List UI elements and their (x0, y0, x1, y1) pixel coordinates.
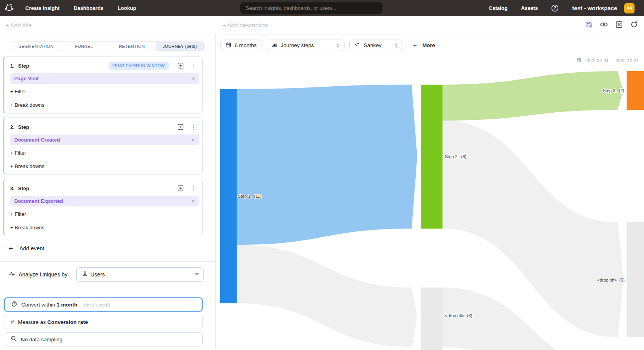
insight-title-bar: + Add title + Add description (0, 16, 644, 34)
nav-lookup[interactable]: Lookup (118, 5, 136, 11)
user-icon (82, 271, 88, 278)
add-event-button[interactable]: + Add event (9, 244, 215, 253)
add-filter-button[interactable]: + Filter (10, 209, 199, 219)
nav-catalog[interactable]: Catalog (489, 5, 508, 11)
stopwatch-icon (11, 301, 17, 308)
add-filter-button[interactable]: + Filter (10, 86, 199, 96)
clear-icon[interactable] (616, 21, 623, 28)
add-filter-button[interactable]: + Filter (10, 148, 199, 158)
step-title: Step (18, 185, 29, 191)
search-input[interactable] (240, 2, 382, 14)
data-sampling-control[interactable]: No data sampling (4, 332, 203, 346)
step-title: Step (18, 124, 29, 130)
conversion-window-control[interactable]: Convert within 1 month (first event) (4, 297, 203, 312)
sankey-icon (354, 42, 360, 49)
sankey-label-dropoff-after-step2: <drop off> (6) (597, 278, 625, 282)
sankey-chart: Step 1. (11)Step 2. (8)Step 3. (2)<drop … (216, 55, 644, 350)
step-card-3: 3. Step ⋮ Document Exported ✕ + Filter +… (3, 179, 203, 236)
tab-retention[interactable]: RETENTION (108, 42, 156, 51)
save-icon[interactable] (585, 21, 592, 28)
analyze-by-select[interactable]: Users (76, 267, 204, 282)
add-breakdown-button[interactable]: + Break downs (10, 161, 199, 171)
convert-prefix: Convert within (21, 302, 55, 308)
activity-icon (9, 271, 15, 279)
step-number: 2. (10, 124, 15, 130)
more-options-button[interactable]: + More (413, 42, 435, 49)
event-name: Document Created (14, 137, 60, 143)
sankey-node-step1[interactable] (220, 89, 237, 303)
sankey-label-step3: Step 3. (2) (603, 88, 624, 93)
convert-value: 1 month (56, 302, 77, 308)
sankey-node-dropoff-after-step2[interactable] (627, 222, 644, 337)
sankey-link-step1-to-step2[interactable] (237, 85, 417, 245)
chart-type-select[interactable]: Sankey (349, 40, 403, 51)
top-nav: Create insight Dashboards Lookup Catalog… (0, 0, 644, 16)
svg-text:?: ? (554, 6, 556, 10)
panel-divider (0, 261, 215, 262)
app-window: Create insight Dashboards Lookup Catalog… (0, 0, 644, 350)
step-card-header: 1. Step FIRST EVENT IN WINDOW ⋮ (10, 61, 199, 71)
help-icon[interactable]: ? (551, 4, 559, 12)
sankey-label-step2: Step 2. (8) (445, 154, 466, 159)
workspace-name[interactable]: test - workspace (572, 5, 617, 11)
step-number: 1. (10, 63, 15, 69)
add-breakdown-button[interactable]: + Break downs (10, 100, 199, 110)
insight-type-tabs: SEGMENTATION FUNNEL RETENTION JOURNEY (b… (12, 42, 204, 51)
add-step-icon[interactable] (177, 124, 184, 130)
link-icon[interactable] (600, 21, 608, 28)
event-row[interactable]: Page Visit ✕ (10, 73, 199, 84)
nav-create-insight[interactable]: Create insight (25, 5, 60, 11)
analyze-row: Analyze Uniques by Users (9, 267, 215, 282)
add-step-icon[interactable] (177, 185, 184, 191)
tab-journey[interactable]: JOURNEY (beta) (156, 42, 203, 51)
analyze-label: Analyze Uniques by (19, 271, 68, 278)
sankey-link-step1-to-dropoff-after-step1[interactable] (237, 245, 417, 347)
event-row[interactable]: Document Created ✕ (10, 134, 199, 145)
bar-chart-icon (272, 42, 277, 49)
remove-event-icon[interactable]: ✕ (191, 199, 195, 204)
step-title: Step (18, 63, 29, 69)
tab-segmentation[interactable]: SEGMENTATION (12, 42, 60, 51)
sankey-node-step3[interactable] (627, 71, 644, 110)
zoom-out-icon (11, 335, 17, 343)
hash-icon: # (11, 319, 14, 325)
measure-prefix: Measure as (18, 319, 46, 325)
event-row[interactable]: Document Exported ✕ (10, 196, 199, 206)
step-menu-icon[interactable]: ⋮ (191, 185, 197, 191)
step-card-2: 2. Step ⋮ Document Created ✕ + Filter + … (3, 117, 203, 175)
cat-logo-icon[interactable] (3, 2, 15, 14)
nav-dashboards[interactable]: Dashboards (74, 5, 104, 11)
sankey-node-dropoff-after-step1[interactable] (421, 288, 443, 350)
sankey-label-step1: Step 1. (11) (238, 194, 262, 199)
step-menu-icon[interactable]: ⋮ (191, 63, 197, 69)
tab-funnel[interactable]: FUNNEL (60, 42, 108, 51)
sampling-label: No data sampling (21, 337, 62, 342)
measure-as-control[interactable]: # Measure as Conversion rate (4, 315, 203, 329)
metric-select[interactable]: Journey steps (267, 40, 345, 51)
avatar[interactable]: AA (624, 3, 635, 13)
date-period-button[interactable]: 6 months (220, 40, 262, 51)
step-card-header: 3. Step ⋮ (10, 183, 199, 193)
select-carets-icon (395, 43, 398, 48)
first-event-badge: FIRST EVENT IN WINDOW (109, 62, 169, 70)
add-description-button[interactable]: + Add description (222, 22, 268, 28)
sankey-link-step2-to-step3[interactable] (443, 71, 623, 121)
calendar-icon (226, 42, 231, 49)
top-nav-right: Catalog Assets ? test - workspace AA (489, 3, 644, 13)
chevron-down-icon (195, 273, 199, 276)
remove-event-icon[interactable]: ✕ (191, 76, 195, 81)
step-menu-icon[interactable]: ⋮ (191, 124, 197, 130)
insight-actions (585, 21, 638, 28)
query-builder-panel: SEGMENTATION FUNNEL RETENTION JOURNEY (b… (0, 34, 215, 350)
add-title-button[interactable]: + Add title (6, 22, 32, 28)
add-step-icon[interactable] (177, 62, 184, 69)
remove-event-icon[interactable]: ✕ (191, 137, 195, 143)
sankey-node-step2[interactable] (421, 85, 443, 229)
measure-value: Conversion rate (47, 319, 88, 325)
convert-hint: (first event) (84, 302, 111, 308)
add-breakdown-button[interactable]: + Break downs (10, 222, 199, 233)
primary-nav: Create insight Dashboards Lookup (25, 5, 136, 11)
refresh-icon[interactable] (631, 21, 638, 28)
step-card-1: 1. Step FIRST EVENT IN WINDOW ⋮ Page Vis… (3, 56, 203, 114)
nav-assets[interactable]: Assets (521, 5, 538, 11)
